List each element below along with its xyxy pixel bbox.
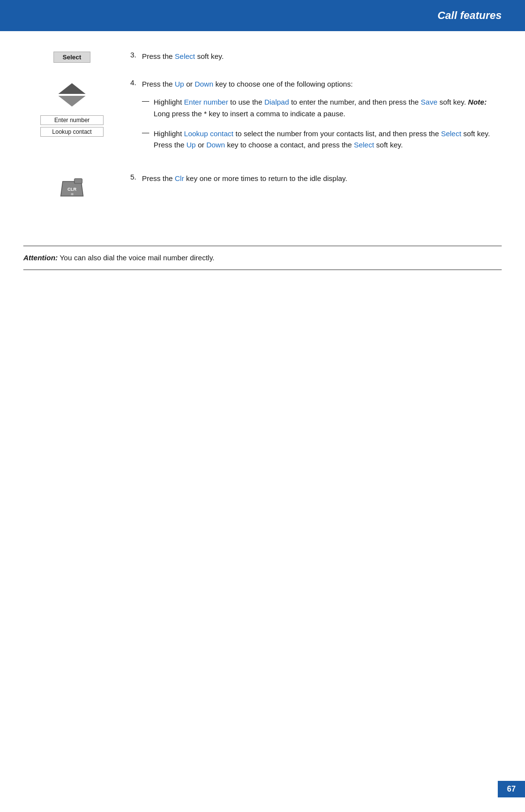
select-link-2: Select xyxy=(441,129,461,138)
sub-text-2: Highlight Lookup contact to select the n… xyxy=(154,128,502,151)
dash-2: — xyxy=(142,128,152,151)
menu-box-lookup-contact: Lookup contact xyxy=(40,127,104,137)
step-3-line: 3. Press the Select soft key. xyxy=(130,51,502,62)
page-title: Call features xyxy=(438,9,502,22)
clr-key-icon: CLR ⊞ xyxy=(59,176,85,202)
step-5-line: 5. Press the Clr key one or more times t… xyxy=(130,173,502,184)
step-4-number: 4. xyxy=(130,78,142,159)
step-5-text: Press the Clr key one or more times to r… xyxy=(142,173,347,184)
svg-text:CLR: CLR xyxy=(68,187,77,192)
step-4-icon-col: Enter number Lookup contact xyxy=(23,78,121,159)
select-button-image: Select xyxy=(53,52,90,63)
page-header: Call features xyxy=(0,0,525,31)
svg-rect-1 xyxy=(74,179,82,183)
attention-box: Attention: You can also dial the voice m… xyxy=(23,246,502,270)
down-link-1: Down xyxy=(194,80,213,88)
note-label: Note: xyxy=(468,98,487,106)
clr-link: Clr xyxy=(175,174,184,182)
step-5-row: CLR ⊞ 5. Press the Clr key one or more t… xyxy=(23,173,502,204)
step-5-text-col: 5. Press the Clr key one or more times t… xyxy=(121,173,502,204)
menu-box-enter-number: Enter number xyxy=(40,115,104,125)
sub-bullet-1: — Highlight Enter number to use the Dial… xyxy=(142,96,502,119)
step-3-icon-col: Select xyxy=(23,51,121,65)
step-5-number: 5. xyxy=(130,173,142,184)
select-link-1: Select xyxy=(175,52,195,60)
arrow-down-icon xyxy=(58,96,86,107)
svg-text:⊞: ⊞ xyxy=(71,193,73,196)
down-link-2: Down xyxy=(206,141,225,149)
arrow-up-icon xyxy=(58,83,86,94)
step-4-text-col: 4. Press the Up or Down key to choose on… xyxy=(121,78,502,159)
step-3-text-col: 3. Press the Select soft key. xyxy=(121,51,502,65)
step-4-intro: Press the Up or Down key to choose one o… xyxy=(142,78,502,90)
sub-bullet-2: — Highlight Lookup contact to select the… xyxy=(142,128,502,151)
attention-text: Attention: You can also dial the voice m… xyxy=(23,253,214,262)
attention-body: You can also dial the voice mail number … xyxy=(58,253,214,262)
step-3-text: Press the Select soft key. xyxy=(142,51,224,62)
lookup-contact-link: Lookup contact xyxy=(184,129,234,138)
up-link-2: Up xyxy=(187,141,196,149)
step-4-line: 4. Press the Up or Down key to choose on… xyxy=(130,78,502,159)
nav-arrows-icon xyxy=(58,83,86,107)
step-3-row: Select 3. Press the Select soft key. xyxy=(23,51,502,65)
step-3-number: 3. xyxy=(130,51,142,62)
dash-1: — xyxy=(142,96,152,119)
enter-number-link: Enter number xyxy=(184,98,228,106)
page-number: 67 xyxy=(498,781,525,797)
up-link-1: Up xyxy=(175,80,184,88)
sub-text-1: Highlight Enter number to use the Dialpa… xyxy=(154,96,502,119)
menu-boxes: Enter number Lookup contact xyxy=(40,115,104,139)
save-link: Save xyxy=(421,98,438,106)
select-link-3: Select xyxy=(354,141,374,149)
main-content: Select 3. Press the Select soft key. Ent… xyxy=(0,31,525,237)
attention-label: Attention: xyxy=(23,253,58,262)
step-4-row: Enter number Lookup contact 4. Press the… xyxy=(23,78,502,159)
step-5-icon-col: CLR ⊞ xyxy=(23,173,121,204)
dialpad-link: Dialpad xyxy=(264,98,289,106)
step-4-content: Press the Up or Down key to choose one o… xyxy=(142,78,502,159)
